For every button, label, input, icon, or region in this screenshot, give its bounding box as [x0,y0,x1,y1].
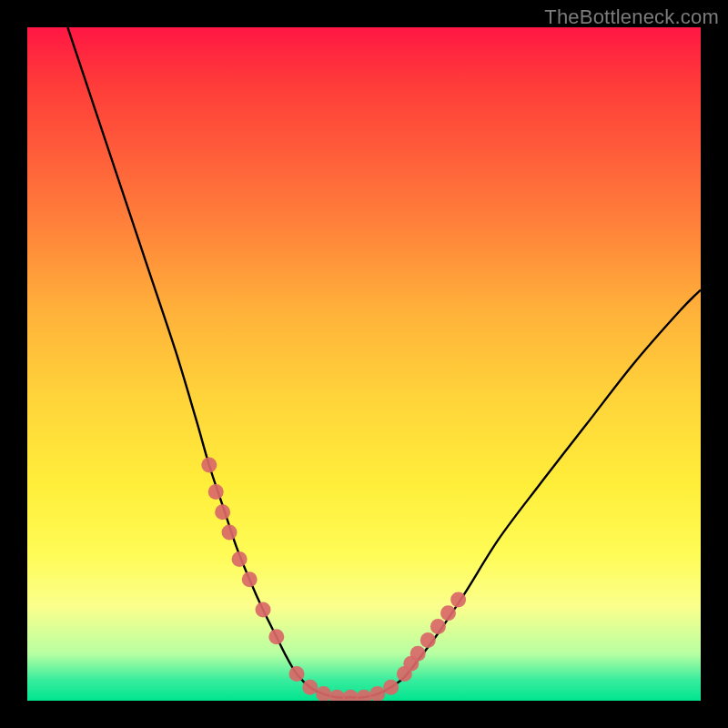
data-marker [383,680,399,695]
plot-area [27,27,701,701]
data-marker [450,592,466,608]
data-marker [302,680,318,695]
data-marker [357,690,372,701]
data-marker [268,629,284,644]
data-marker [242,571,258,587]
marker-group [201,458,466,702]
data-marker [343,690,359,701]
data-marker [410,646,426,662]
data-marker [232,551,248,567]
curve-path [67,27,701,698]
data-marker [430,619,446,634]
data-marker [329,690,345,701]
data-marker [208,484,224,500]
data-marker [289,666,305,682]
curve-layer [27,27,701,701]
data-marker [215,504,230,520]
data-marker [440,605,456,621]
data-marker [256,602,271,618]
data-marker [222,525,238,541]
data-marker [369,686,385,701]
data-marker [316,686,331,701]
watermark-text: TheBottleneck.com [544,5,719,29]
chart-frame: TheBottleneck.com [0,0,728,728]
data-marker [420,632,436,648]
data-marker [201,458,217,473]
